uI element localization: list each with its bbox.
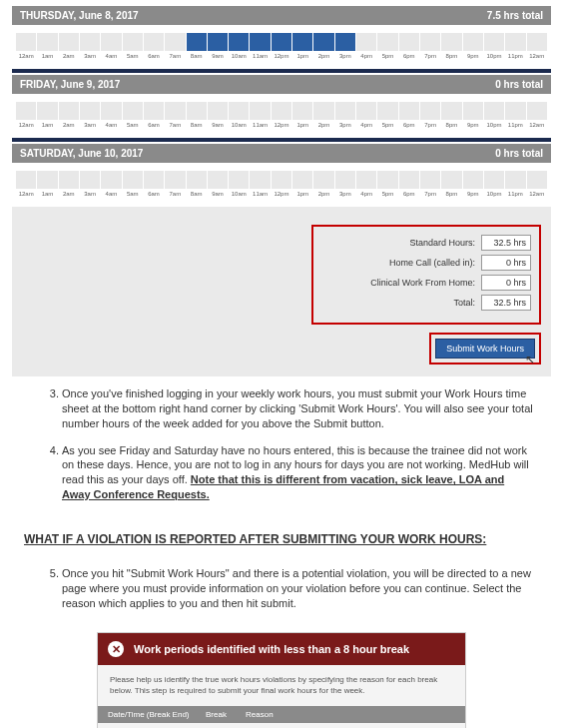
hour-block[interactable] <box>527 171 547 189</box>
hour-block[interactable] <box>335 33 355 51</box>
hour-block[interactable] <box>420 33 440 51</box>
hour-block[interactable] <box>484 171 504 189</box>
hour-block[interactable] <box>250 102 270 120</box>
hour-block[interactable] <box>313 33 333 51</box>
hour-block[interactable] <box>80 171 100 189</box>
hour-label: 1pm <box>292 191 312 197</box>
hour-block[interactable] <box>144 33 164 51</box>
hour-block[interactable] <box>313 171 333 189</box>
hour-block[interactable] <box>229 33 249 51</box>
hour-block[interactable] <box>16 33 36 51</box>
hour-block[interactable] <box>313 102 333 120</box>
hour-block[interactable] <box>187 102 207 120</box>
hour-block[interactable] <box>377 102 397 120</box>
hour-block[interactable] <box>399 102 419 120</box>
hour-block[interactable] <box>165 102 185 120</box>
hour-block[interactable] <box>165 33 185 51</box>
hour-label: 7am <box>165 191 185 197</box>
timeline-row[interactable] <box>16 33 547 51</box>
hour-block[interactable] <box>441 33 461 51</box>
hour-block[interactable] <box>420 171 440 189</box>
hour-block[interactable] <box>101 102 121 120</box>
hour-block[interactable] <box>484 33 504 51</box>
hour-block[interactable] <box>123 102 143 120</box>
hour-block[interactable] <box>59 171 79 189</box>
hour-label: 10am <box>229 122 249 128</box>
hour-block[interactable] <box>165 171 185 189</box>
violation-panel: ✕ Work periods identified with less than… <box>97 632 466 728</box>
hour-block[interactable] <box>292 33 312 51</box>
hour-block[interactable] <box>101 171 121 189</box>
timeline[interactable]: 12am1am2am3am4am5am6am7am8am9am10am11am1… <box>12 163 551 201</box>
day-header: SATURDAY, June 10, 2017 0 hrs total <box>12 144 551 163</box>
hour-block[interactable] <box>505 102 525 120</box>
hour-block[interactable] <box>123 33 143 51</box>
hour-block[interactable] <box>37 102 57 120</box>
hour-block[interactable] <box>250 171 270 189</box>
hour-block[interactable] <box>187 33 207 51</box>
hour-block[interactable] <box>229 102 249 120</box>
hour-block[interactable] <box>16 171 36 189</box>
hour-block[interactable] <box>59 102 79 120</box>
hour-block[interactable] <box>37 171 57 189</box>
hour-block[interactable] <box>187 171 207 189</box>
hour-block[interactable] <box>505 33 525 51</box>
hour-block[interactable] <box>144 102 164 120</box>
hour-block[interactable] <box>123 171 143 189</box>
hour-block[interactable] <box>484 102 504 120</box>
hour-block[interactable] <box>463 33 483 51</box>
hour-block[interactable] <box>37 33 57 51</box>
hour-block[interactable] <box>208 171 228 189</box>
timeline[interactable]: 12am1am2am3am4am5am6am7am8am9am10am11am1… <box>12 25 551 63</box>
hour-block[interactable] <box>272 102 291 120</box>
instructions: Once you've finished logging in your wee… <box>12 376 551 524</box>
hour-block[interactable] <box>272 171 291 189</box>
hour-block[interactable] <box>356 171 376 189</box>
hour-block[interactable] <box>229 171 249 189</box>
hour-block[interactable] <box>463 102 483 120</box>
hour-block[interactable] <box>527 102 547 120</box>
hour-block[interactable] <box>377 33 397 51</box>
hour-label: 3pm <box>335 53 355 59</box>
hour-block[interactable] <box>399 33 419 51</box>
hour-block[interactable] <box>208 102 228 120</box>
timeline[interactable]: 12am1am2am3am4am5am6am7am8am9am10am11am1… <box>12 94 551 132</box>
hour-block[interactable] <box>272 33 291 51</box>
hour-block[interactable] <box>208 33 228 51</box>
hour-block[interactable] <box>527 33 547 51</box>
hour-block[interactable] <box>463 171 483 189</box>
hour-block[interactable] <box>399 171 419 189</box>
hour-label: 2pm <box>313 53 333 59</box>
violation-heading: WHAT IF A VIOLATION IS REPORTED AFTER SU… <box>24 532 551 546</box>
hour-block[interactable] <box>16 102 36 120</box>
hour-block[interactable] <box>144 171 164 189</box>
day-total: 0 hrs total <box>495 79 543 90</box>
hour-block[interactable] <box>80 102 100 120</box>
hour-block[interactable] <box>441 102 461 120</box>
hour-label: 1am <box>37 191 57 197</box>
hour-block[interactable] <box>356 33 376 51</box>
hour-block[interactable] <box>377 171 397 189</box>
hour-label: 3pm <box>335 191 355 197</box>
hour-block[interactable] <box>420 102 440 120</box>
hour-block[interactable] <box>80 33 100 51</box>
submit-work-hours-button[interactable]: Submit Work Hours <box>435 339 535 359</box>
hour-block[interactable] <box>292 171 312 189</box>
close-icon[interactable]: ✕ <box>108 641 124 657</box>
hour-label: 10pm <box>484 191 504 197</box>
hour-block[interactable] <box>335 102 355 120</box>
hour-block[interactable] <box>292 102 312 120</box>
hour-block[interactable] <box>59 33 79 51</box>
hour-block[interactable] <box>101 33 121 51</box>
day-total: 7.5 hrs total <box>487 10 543 21</box>
hour-block[interactable] <box>250 33 270 51</box>
hour-block[interactable] <box>441 171 461 189</box>
timeline-row[interactable] <box>16 171 547 189</box>
hour-label: 6am <box>144 191 164 197</box>
hour-block[interactable] <box>505 171 525 189</box>
hour-block[interactable] <box>335 171 355 189</box>
hour-block[interactable] <box>356 102 376 120</box>
hour-label: 5am <box>123 53 143 59</box>
hour-label: 11am <box>250 122 270 128</box>
timeline-row[interactable] <box>16 102 547 120</box>
